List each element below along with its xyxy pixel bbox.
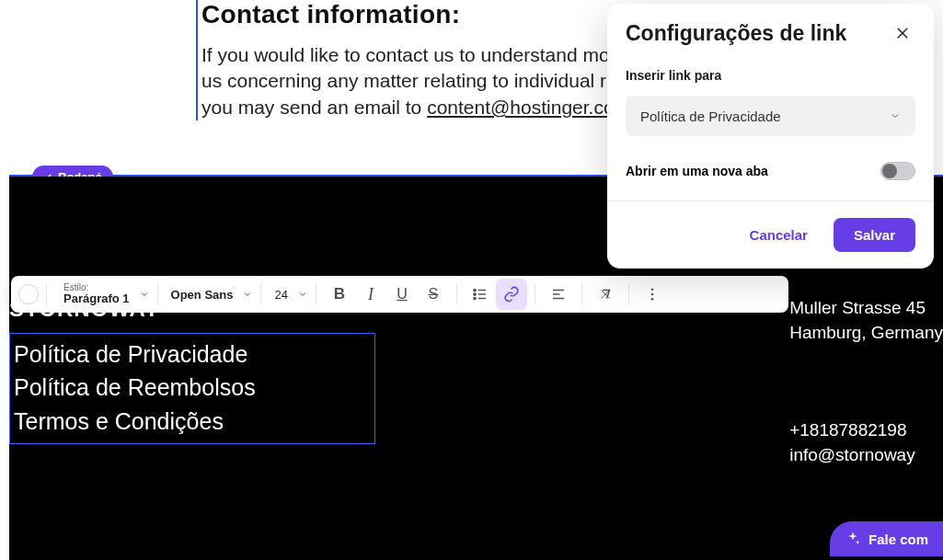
list-icon [472, 286, 489, 303]
link-settings-popover: Configurações de link Inserir link para … [607, 4, 934, 269]
footer-phone: +18187882198 [789, 418, 943, 443]
close-button[interactable] [890, 20, 915, 46]
svg-point-11 [651, 298, 654, 301]
cancel-button[interactable]: Cancelar [750, 227, 808, 243]
style-value: Parágrafo 1 [63, 292, 130, 305]
clear-format-icon [597, 286, 614, 303]
text-format-toolbar: Estilo: Parágrafo 1 Open Sans 24 B I U S [11, 276, 788, 313]
bold-button[interactable]: B [324, 279, 355, 310]
sparkle-icon [845, 531, 861, 547]
footer-link-refunds[interactable]: Política de Reembolsos [14, 371, 371, 404]
divider [46, 283, 47, 305]
italic-button[interactable]: I [355, 279, 386, 310]
chat-widget[interactable]: Fale com [830, 521, 943, 556]
save-button[interactable]: Salvar [834, 218, 915, 252]
font-family-selector[interactable]: Open Sans [171, 288, 234, 302]
insert-link-label: Inserir link para [626, 68, 915, 83]
new-tab-toggle[interactable] [880, 162, 915, 180]
footer-link-terms[interactable]: Termos e Condições [14, 405, 371, 438]
align-left-icon [550, 286, 567, 303]
footer-address-line1: Muller Strasse 45 [789, 296, 943, 321]
svg-point-9 [651, 288, 654, 291]
new-tab-label: Abrir em uma nova aba [626, 164, 768, 178]
chevron-down-icon[interactable] [297, 289, 308, 300]
underline-button[interactable]: U [386, 279, 418, 310]
divider [260, 283, 261, 305]
divider [157, 283, 158, 305]
bullet-list-button[interactable] [465, 279, 496, 310]
contact-email-link[interactable]: content@hostinger.com [427, 97, 630, 118]
text-style-selector[interactable]: Estilo: Parágrafo 1 [63, 283, 130, 305]
link-button[interactable] [496, 279, 527, 310]
close-icon [894, 25, 911, 41]
chevron-down-icon [890, 109, 901, 124]
link-target-select[interactable]: Política de Privacidade [626, 96, 915, 136]
svg-point-0 [474, 289, 476, 291]
more-button[interactable] [637, 279, 668, 310]
divider [628, 283, 629, 305]
footer-email: info@stornoway [789, 443, 943, 468]
more-vertical-icon [644, 286, 661, 303]
chevron-down-icon[interactable] [139, 289, 150, 300]
divider [535, 283, 535, 305]
chat-label: Fale com [868, 531, 928, 547]
footer-link-privacy[interactable]: Política de Privacidade [14, 337, 371, 371]
clear-format-button[interactable] [590, 279, 621, 310]
strikethrough-button[interactable]: S [418, 279, 449, 310]
popover-title: Configurações de link [626, 21, 846, 46]
footer-right-column: Muller Strasse 45 Hamburg, Germany +1818… [789, 296, 943, 467]
chevron-down-icon[interactable] [242, 289, 253, 300]
font-size-selector[interactable]: 24 [274, 288, 287, 302]
toggle-knob [882, 164, 897, 178]
footer-address-line2: Hamburg, Germany [789, 321, 943, 346]
link-target-value: Política de Privacidade [640, 109, 781, 124]
divider [456, 283, 457, 305]
link-icon [503, 286, 520, 303]
svg-point-10 [651, 293, 654, 296]
text-color-swatch[interactable] [18, 284, 39, 304]
footer-links-selected-text[interactable]: Política de Privacidade Política de Reem… [9, 333, 375, 444]
svg-point-2 [474, 297, 476, 299]
align-button[interactable] [543, 279, 574, 310]
divider [316, 283, 316, 305]
divider [581, 283, 582, 305]
svg-point-1 [474, 293, 476, 295]
